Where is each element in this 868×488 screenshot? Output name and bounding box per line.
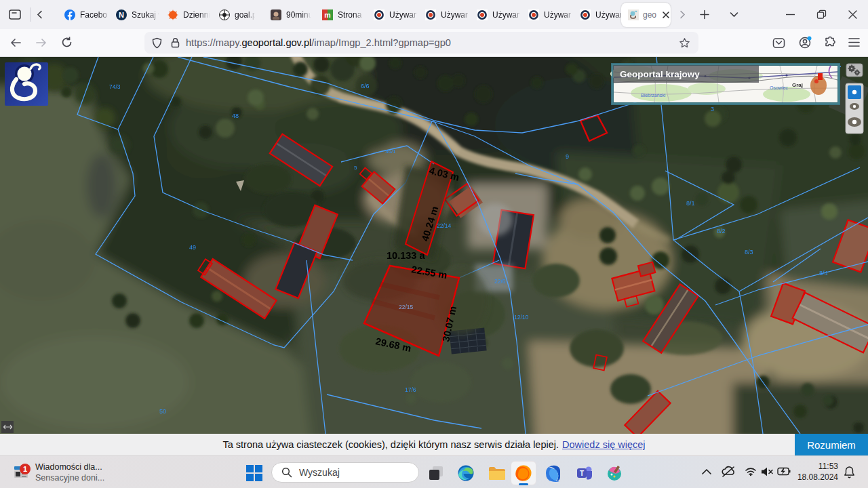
svg-text:6/6: 6/6 (361, 83, 370, 89)
svg-text:22/14: 22/14 (437, 222, 452, 229)
svg-text:8/1: 8/1 (686, 200, 695, 207)
svg-text:12/10: 12/10 (514, 314, 529, 321)
svg-text:50: 50 (159, 408, 166, 415)
svg-text:3: 3 (711, 106, 714, 113)
svg-text:T: T (580, 470, 584, 477)
svg-text:5: 5 (354, 165, 357, 171)
svg-text:1: 1 (23, 465, 27, 473)
svg-text:9: 9 (566, 153, 569, 160)
svg-text:10.133 a: 10.133 a (387, 250, 425, 261)
svg-text:Osowiec: Osowiec (770, 85, 788, 90)
svg-text:17/6: 17/6 (405, 386, 416, 393)
svg-text:8/2: 8/2 (717, 228, 726, 235)
svg-text:74/3: 74/3 (109, 83, 121, 90)
svg-text:22/6: 22/6 (494, 278, 506, 285)
svg-text:22/15: 22/15 (399, 304, 414, 310)
svg-text:N: N (119, 11, 124, 19)
svg-text:Graj: Graj (792, 82, 803, 88)
svg-text:8/3: 8/3 (745, 249, 753, 256)
svg-text:49: 49 (189, 244, 196, 251)
svg-text:8/4: 8/4 (819, 270, 828, 277)
svg-text:36/1: 36/1 (385, 148, 396, 155)
svg-text:Biebrzański: Biebrzański (641, 93, 666, 98)
svg-text:48: 48 (232, 113, 239, 119)
svg-text:m: m (324, 11, 330, 19)
svg-text:Geoportal krajowy: Geoportal krajowy (620, 69, 700, 79)
